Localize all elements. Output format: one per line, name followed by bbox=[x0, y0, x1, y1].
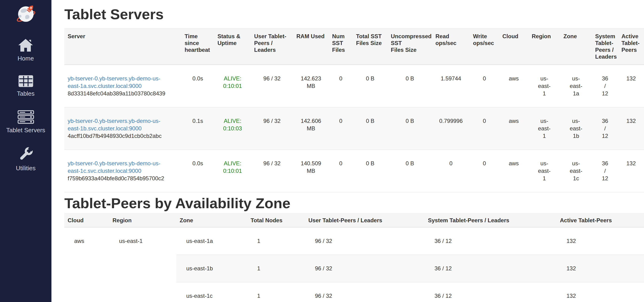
wrench-icon bbox=[18, 147, 33, 162]
status-badge: ALIVE: 0:10:01 bbox=[223, 160, 242, 174]
sidebar-item-label: Tablet Servers bbox=[6, 127, 45, 134]
status-cell: ALIVE: 0:10:01 bbox=[214, 150, 251, 192]
system-peers-cell: 36 / 12 bbox=[425, 282, 557, 302]
az-header-row: Cloud Region Zone Total Nodes User Table… bbox=[64, 214, 644, 227]
region-cell: us-east-1 bbox=[109, 227, 176, 302]
total-sst-cell: 0 B bbox=[353, 107, 388, 150]
total-nodes-cell: 1 bbox=[247, 282, 305, 302]
server-uuid: 8d333148efc04ab389a11b03780c8439 bbox=[68, 90, 178, 97]
user-peers-cell: 96 / 32 bbox=[305, 282, 425, 302]
col-header-uncompressed-sst: Uncompressed SST Files Size bbox=[388, 28, 432, 65]
page-title: Tablet Servers bbox=[64, 7, 644, 21]
read-ops-cell: 1.59744 bbox=[432, 65, 470, 107]
tables-icon bbox=[18, 75, 33, 87]
ram-cell: 140.509 MB bbox=[293, 150, 329, 192]
sidebar-item-label: Home bbox=[18, 55, 34, 62]
globe-rocket-logo-icon bbox=[16, 4, 36, 24]
app-window: Home Tables bbox=[0, 0, 644, 302]
col-header-system-peers: System Tablet-Peers / Leaders bbox=[425, 214, 557, 227]
zone-cell: us-east-1b bbox=[176, 255, 247, 282]
tablet-servers-icon bbox=[18, 110, 34, 124]
read-ops-cell: 0 bbox=[432, 150, 470, 192]
heartbeat-cell: 0.0s bbox=[181, 150, 214, 192]
az-row: aws us-east-1 us-east-1a 1 96 / 32 36 / … bbox=[64, 227, 644, 255]
server-link[interactable]: yb-tserver-0.yb-tservers.yb-demo-us- eas… bbox=[68, 118, 160, 132]
col-header-server: Server bbox=[64, 28, 181, 65]
uncompressed-sst-cell: 0 B bbox=[388, 65, 432, 107]
col-header-cloud: Cloud bbox=[64, 214, 109, 227]
col-header-zone: Zone bbox=[176, 214, 247, 227]
active-peers-cell: 132 bbox=[618, 107, 644, 150]
status-cell: ALIVE: 0:10:03 bbox=[214, 107, 251, 150]
table-row: yb-tserver-0.yb-tservers.yb-demo-us- eas… bbox=[64, 65, 644, 107]
num-sst-cell: 0 bbox=[329, 107, 353, 150]
zone-cell: us- east- 1b bbox=[560, 107, 592, 150]
col-header-ram: RAM Used bbox=[293, 28, 329, 65]
zone-cell: us-east-1a bbox=[176, 227, 247, 255]
sidebar-item-utilities[interactable]: Utilities bbox=[16, 147, 36, 172]
user-peers-cell: 96 / 32 bbox=[305, 255, 425, 282]
status-cell: ALIVE: 0:10:01 bbox=[214, 65, 251, 107]
col-header-heartbeat: Time since heartbeat bbox=[181, 28, 214, 65]
sidebar-item-tables[interactable]: Tables bbox=[17, 75, 34, 97]
col-header-system-peers: System Tablet- Peers / Leaders bbox=[592, 28, 618, 65]
cloud-cell: aws bbox=[499, 150, 528, 192]
table-row: yb-tserver-0.yb-tservers.yb-demo-us- eas… bbox=[64, 107, 644, 150]
zone-cell: us- east- 1a bbox=[560, 65, 592, 107]
col-header-cloud: Cloud bbox=[499, 28, 528, 65]
ram-cell: 142.606 MB bbox=[293, 107, 329, 150]
cloud-cell: aws bbox=[499, 107, 528, 150]
region-cell: us- east- 1 bbox=[528, 107, 560, 150]
system-peers-cell: 36 / 12 bbox=[425, 255, 557, 282]
cloud-cell: aws bbox=[64, 227, 109, 302]
active-peers-cell: 132 bbox=[618, 65, 644, 107]
server-link[interactable]: yb-tserver-0.yb-tservers.yb-demo-us- eas… bbox=[68, 75, 160, 89]
total-sst-cell: 0 B bbox=[353, 150, 388, 192]
sidebar: Home Tables bbox=[0, 0, 52, 302]
sidebar-item-home[interactable]: Home bbox=[18, 38, 34, 62]
uncompressed-sst-cell: 0 B bbox=[388, 107, 432, 150]
col-header-status: Status & Uptime bbox=[214, 28, 251, 65]
active-peers-cell: 132 bbox=[557, 282, 644, 302]
col-header-user-peers: User Tablet-Peers / Leaders bbox=[305, 214, 425, 227]
heartbeat-cell: 0.0s bbox=[181, 65, 214, 107]
system-peers-cell: 36 / 12 bbox=[592, 65, 618, 107]
zone-cell: us-east-1c bbox=[176, 282, 247, 302]
uncompressed-sst-cell: 0 B bbox=[388, 150, 432, 192]
yugabytedb-logo[interactable] bbox=[16, 4, 36, 24]
region-cell: us- east- 1 bbox=[528, 150, 560, 192]
zone-cell: us- east- 1c bbox=[560, 150, 592, 192]
active-peers-cell: 132 bbox=[618, 150, 644, 192]
col-header-total-nodes: Total Nodes bbox=[247, 214, 305, 227]
tservers-header-row: Server Time since heartbeat Status & Upt… bbox=[64, 28, 644, 65]
total-sst-cell: 0 B bbox=[353, 65, 388, 107]
total-nodes-cell: 1 bbox=[247, 227, 305, 255]
server-cell: yb-tserver-0.yb-tservers.yb-demo-us- eas… bbox=[64, 107, 181, 150]
num-sst-cell: 0 bbox=[329, 150, 353, 192]
region-cell: us- east- 1 bbox=[528, 65, 560, 107]
col-header-active-peers: Active Tablet- Peers bbox=[618, 28, 644, 65]
heartbeat-cell: 0.1s bbox=[181, 107, 214, 150]
ram-cell: 142.623 MB bbox=[293, 65, 329, 107]
system-peers-cell: 36 / 12 bbox=[592, 150, 618, 192]
col-header-region: Region bbox=[528, 28, 560, 65]
home-icon bbox=[18, 38, 33, 52]
server-link[interactable]: yb-tserver-0.yb-tservers.yb-demo-us- eas… bbox=[68, 160, 160, 174]
sidebar-item-tablet-servers[interactable]: Tablet Servers bbox=[6, 110, 45, 134]
server-uuid: 4acff10bd7fb4948930c9d1cb0cb2abc bbox=[68, 132, 178, 140]
az-section-title: Tablet-Peers by Availability Zone bbox=[64, 196, 644, 211]
col-header-region: Region bbox=[109, 214, 176, 227]
cloud-cell: aws bbox=[499, 65, 528, 107]
system-peers-cell: 36 / 12 bbox=[592, 107, 618, 150]
total-nodes-cell: 1 bbox=[247, 255, 305, 282]
write-ops-cell: 0 bbox=[470, 107, 499, 150]
server-cell: yb-tserver-0.yb-tservers.yb-demo-us- eas… bbox=[64, 65, 181, 107]
col-header-write-ops: Write ops/sec bbox=[470, 28, 499, 65]
az-tablet-peers-table: Cloud Region Zone Total Nodes User Table… bbox=[64, 213, 644, 302]
status-badge: ALIVE: 0:10:01 bbox=[223, 75, 242, 89]
col-header-active-peers: Active Tablet-Peers bbox=[557, 214, 644, 227]
col-header-num-sst: Num SST Files bbox=[329, 28, 353, 65]
user-peers-cell: 96 / 32 bbox=[305, 227, 425, 255]
read-ops-cell: 0.799996 bbox=[432, 107, 470, 150]
user-peers-cell: 96 / 32 bbox=[251, 65, 293, 107]
